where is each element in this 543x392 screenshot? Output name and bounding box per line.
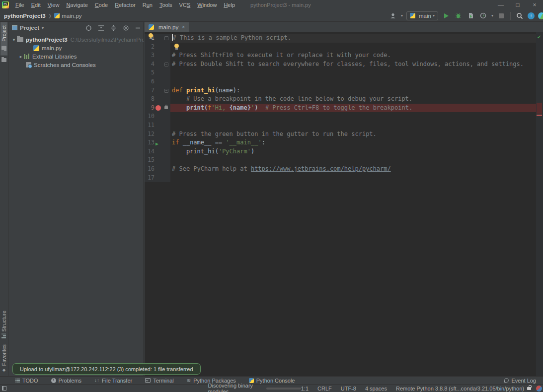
hide-panel-icon[interactable] bbox=[135, 25, 141, 31]
editor-line-14[interactable]: 14 print_hi('PyCharm') bbox=[145, 147, 543, 156]
menu-tools[interactable]: Tools bbox=[156, 1, 176, 9]
editor-line-7[interactable]: 7def print_hi(name): bbox=[145, 86, 543, 95]
menu-window[interactable]: Window bbox=[194, 1, 220, 9]
breakpoint-stripe-tick[interactable] bbox=[537, 115, 542, 116]
editor-line-2[interactable]: 2 bbox=[145, 43, 543, 52]
background-task[interactable]: Discovering binary modules... bbox=[208, 383, 301, 392]
profiler-icon[interactable] bbox=[479, 11, 488, 20]
code-text[interactable]: if __name__ == '__main__': bbox=[170, 138, 543, 147]
debug-icon[interactable] bbox=[454, 11, 463, 20]
locate-file-icon[interactable] bbox=[85, 25, 92, 31]
editor-line-3[interactable]: 3# Press Shift+F10 to execute it or repl… bbox=[145, 51, 543, 60]
code-text[interactable] bbox=[170, 174, 543, 183]
run-configuration-select[interactable]: main ▾ bbox=[406, 11, 438, 20]
tree-item-main-py[interactable]: main.py bbox=[9, 44, 144, 52]
code-text[interactable]: print_hi('PyCharm') bbox=[170, 147, 543, 156]
fold-marker-icon[interactable] bbox=[164, 89, 168, 93]
caret-position[interactable]: 1:1 bbox=[301, 386, 309, 392]
toolbar-extra-icon[interactable] bbox=[538, 12, 543, 19]
minimize-button[interactable]: — bbox=[492, 0, 509, 10]
coverage-icon[interactable] bbox=[466, 11, 475, 20]
code-text[interactable]: print(f'Hi, {name}') # Press Ctrl+F8 to … bbox=[170, 104, 543, 113]
breakpoint-icon[interactable] bbox=[155, 105, 161, 111]
stripe-tab-project[interactable]: Project bbox=[0, 22, 7, 56]
code-text[interactable]: def print_hi(name): bbox=[170, 86, 543, 95]
menu-vcs[interactable]: VCS bbox=[176, 1, 194, 9]
indent-style[interactable]: 4 spaces bbox=[365, 386, 387, 392]
settings-gear-icon[interactable] bbox=[123, 25, 129, 31]
tree-chevron-icon[interactable]: ▾ bbox=[11, 37, 17, 42]
menu-view[interactable]: View bbox=[44, 1, 63, 9]
tool-window-switcher-icon[interactable] bbox=[2, 386, 6, 391]
notification-balloon[interactable]: Upload to ufyilmaz@172.20.242.112:22 (3)… bbox=[12, 363, 201, 375]
line-number[interactable]: 13 bbox=[145, 138, 155, 147]
user-dropdown-icon[interactable]: ▾ bbox=[401, 13, 403, 18]
line-number[interactable]: 17 bbox=[145, 174, 155, 183]
inspection-ok-icon[interactable]: ✔ bbox=[537, 34, 541, 40]
line-number[interactable]: 14 bbox=[145, 147, 155, 156]
editor-line-6[interactable]: 6 bbox=[145, 77, 543, 86]
pycharm-logo-icon[interactable]: PC bbox=[2, 1, 9, 8]
menu-code[interactable]: Code bbox=[91, 1, 111, 9]
tool-window-button-todo[interactable]: TODO bbox=[15, 378, 38, 384]
code-text[interactable] bbox=[170, 121, 543, 130]
code-text[interactable] bbox=[170, 112, 543, 121]
code-text[interactable]: # Press Double Shift to search everywher… bbox=[170, 60, 543, 69]
tool-window-button-filetransfer[interactable]: ↓↑File Transfer bbox=[94, 378, 132, 384]
editor-line-13[interactable]: 13▶if __name__ == '__main__': bbox=[145, 138, 543, 147]
line-number[interactable]: 8 bbox=[145, 95, 155, 104]
code-text[interactable]: # Press the green button in the gutter t… bbox=[170, 130, 543, 139]
line-number[interactable]: 4 bbox=[145, 60, 155, 69]
line-number[interactable]: 5 bbox=[145, 68, 155, 77]
user-icon[interactable] bbox=[388, 11, 397, 20]
editor-line-10[interactable]: 10 bbox=[145, 112, 543, 121]
code-text[interactable]: # Press Shift+F10 to execute it or repla… bbox=[170, 51, 543, 60]
editor-line-12[interactable]: 12# Press the green button in the gutter… bbox=[145, 130, 543, 139]
menu-file[interactable]: File bbox=[12, 1, 28, 9]
intention-bulb-icon[interactable] bbox=[174, 44, 179, 48]
editor-line-4[interactable]: 4# Press Double Shift to search everywhe… bbox=[145, 60, 543, 69]
tool-window-button-problems[interactable]: Problems bbox=[51, 378, 81, 384]
editor-line-9[interactable]: 9 print(f'Hi, {name}') # Press Ctrl+F8 t… bbox=[145, 104, 543, 113]
line-number[interactable]: 11 bbox=[145, 121, 155, 130]
breakpoint-stripe-marker[interactable] bbox=[537, 103, 542, 114]
menu-help[interactable]: Help bbox=[220, 1, 238, 9]
file-writable-lock-icon[interactable] bbox=[527, 387, 531, 390]
maximize-button[interactable]: □ bbox=[509, 0, 526, 10]
update-icon[interactable]: ↑ bbox=[528, 12, 535, 19]
menu-refactor[interactable]: Refactor bbox=[111, 1, 139, 9]
tab-main-py[interactable]: main.py × bbox=[145, 22, 189, 32]
file-encoding[interactable]: UTF-8 bbox=[341, 386, 356, 392]
breadcrumb-project[interactable]: pythonProject3 bbox=[4, 13, 46, 19]
menu-navigate[interactable]: Navigate bbox=[63, 1, 91, 9]
code-text[interactable] bbox=[170, 77, 543, 86]
menu-edit[interactable]: Edit bbox=[28, 1, 44, 9]
line-number[interactable]: 2 bbox=[145, 43, 155, 52]
project-view-selector[interactable]: Project ▾ bbox=[12, 25, 44, 31]
tool-window-button-terminal[interactable]: Terminal bbox=[145, 378, 174, 384]
intention-bulb-icon[interactable] bbox=[149, 33, 153, 38]
fold-marker-icon[interactable] bbox=[164, 36, 168, 40]
line-number[interactable]: 16 bbox=[145, 165, 155, 174]
code-text[interactable] bbox=[170, 43, 543, 52]
run-icon[interactable] bbox=[442, 11, 451, 20]
code-text[interactable] bbox=[170, 156, 543, 165]
editor-line-1[interactable]: 1# This is a sample Python script. bbox=[145, 34, 543, 43]
stripe-tab-favorites[interactable]: ★ Favorites bbox=[0, 341, 7, 376]
code-text[interactable]: # This is a sample Python script. bbox=[170, 34, 543, 43]
editor-line-8[interactable]: 8 # Use a breakpoint in the code line be… bbox=[145, 95, 543, 104]
breadcrumb-file[interactable]: main.py bbox=[62, 13, 81, 19]
python-interpreter[interactable]: Remote Python 3.8.8 (sft...conda/3.21.05… bbox=[396, 386, 524, 392]
hyperlink[interactable]: https://www.jetbrains.com/help/pycharm/ bbox=[251, 165, 391, 172]
error-stripe[interactable]: ✔ bbox=[536, 32, 543, 376]
tree-item-external-libraries[interactable]: ▸External Libraries bbox=[9, 52, 144, 61]
tree-chevron-icon[interactable]: ▸ bbox=[18, 54, 24, 59]
collapse-all-icon[interactable] bbox=[110, 25, 117, 31]
line-number[interactable]: 9 bbox=[145, 104, 155, 113]
menu-run[interactable]: Run bbox=[139, 1, 156, 9]
tree-item-scratches-and-consoles[interactable]: Scratches and Consoles bbox=[9, 61, 144, 69]
close-button[interactable]: × bbox=[526, 0, 543, 10]
code-text[interactable]: # See PyCharm help at https://www.jetbra… bbox=[170, 165, 543, 174]
fold-marker-icon[interactable] bbox=[164, 63, 168, 66]
profiler-dropdown-icon[interactable]: ▾ bbox=[491, 13, 493, 18]
